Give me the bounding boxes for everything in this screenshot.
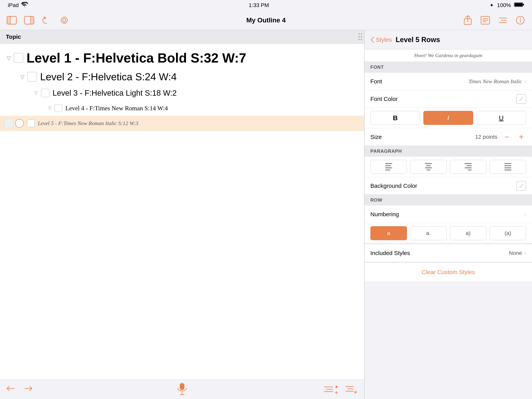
checkbox-level4[interactable]	[55, 104, 62, 112]
status-left: iPad	[8, 2, 28, 9]
disclosure-level1[interactable]: ▽	[4, 53, 14, 63]
bluetooth-icon: ✦	[489, 2, 494, 8]
outline-panel: Topic ▽ Level 1 - F:Helvetica Bold S:32 …	[0, 30, 365, 399]
numbering-label-2: a)	[466, 230, 471, 236]
prev-row-button[interactable]	[6, 385, 16, 394]
row-text-level4: Level 4 - F:Times New Roman S:14 W:4	[65, 105, 364, 112]
next-row-button[interactable]	[23, 385, 33, 394]
bottom-center	[176, 382, 188, 397]
align-right-button[interactable]	[450, 160, 487, 174]
checkbox-level5[interactable]	[27, 119, 35, 127]
align-row	[365, 157, 532, 177]
align-left-button[interactable]	[370, 160, 407, 174]
clear-styles-button[interactable]: Clear Custom Styles	[422, 269, 475, 276]
bottom-left	[6, 385, 33, 394]
font-value: Times New Roman Italic ›	[469, 78, 526, 84]
disclosure-level4[interactable]: ▽	[45, 103, 55, 113]
background-color-row[interactable]: Background Color	[365, 177, 532, 195]
section-row: ROW	[365, 195, 532, 206]
outline-row-level4[interactable]: ▽ Level 4 - F:Times New Roman S:14 W:4	[0, 101, 364, 116]
back-button[interactable]: Styles	[370, 36, 392, 43]
section-font: FONT	[365, 62, 532, 73]
toolbar: My Outline 4	[0, 11, 532, 30]
outline-row-level5[interactable]: Level 5 - F:Times New Roman Italic S:12 …	[0, 116, 364, 131]
outline-row-level2[interactable]: ▽ Level 2 - F:Helvetica S:24 W:4	[0, 68, 364, 85]
outline-row-level1[interactable]: ▽ Level 1 - F:Helvetica Bold S:32 W:7	[0, 48, 364, 68]
numbering-btn-2[interactable]: a)	[450, 226, 487, 240]
sidebar-right-button[interactable]	[23, 14, 35, 26]
italic-button[interactable]: I	[423, 111, 473, 125]
indent-button[interactable]	[497, 14, 509, 26]
toolbar-right	[462, 14, 526, 26]
numbering-buttons-row: a a. a) (a)	[365, 223, 532, 244]
numbering-setting-row[interactable]: Numbering ›	[365, 206, 532, 223]
included-styles-row[interactable]: Included Styles None ›	[365, 244, 532, 262]
circle-check-level5[interactable]	[15, 119, 24, 128]
font-setting-row[interactable]: Font Times New Roman Italic ›	[365, 73, 532, 90]
checkbox-level2[interactable]	[27, 72, 37, 82]
italic-label: I	[447, 114, 449, 122]
add-row-button[interactable]	[345, 384, 358, 395]
info-button[interactable]	[514, 14, 526, 26]
outline-header-title: Topic	[6, 33, 21, 40]
underline-label: U	[499, 114, 504, 122]
right-panel: Styles Level 5 Rows Hwet! We Gardena in …	[365, 30, 532, 399]
bold-label: B	[393, 114, 398, 122]
align-justify-icon	[504, 163, 511, 170]
undo-button[interactable]	[41, 14, 53, 26]
align-center-icon	[425, 163, 432, 170]
font-color-swatch[interactable]	[516, 94, 526, 104]
size-increase-button[interactable]: +	[516, 132, 526, 142]
main-content: Topic ▽ Level 1 - F:Helvetica Bold S:32 …	[0, 30, 532, 399]
size-decrease-button[interactable]: −	[502, 132, 512, 142]
checkbox-level3[interactable]	[41, 89, 50, 97]
disclosure-level2[interactable]: ▽	[18, 72, 27, 82]
edit-button[interactable]	[479, 14, 491, 26]
align-center-button[interactable]	[410, 160, 447, 174]
background-color-label: Background Color	[370, 183, 516, 189]
background-color-swatch[interactable]	[516, 181, 526, 191]
font-chevron: ›	[524, 78, 526, 84]
clear-styles-section: Clear Custom Styles	[365, 263, 532, 281]
row-text-level5: Level 5 - F:Times New Roman Italic S:12 …	[38, 120, 364, 126]
numbering-label-3: (a)	[505, 230, 511, 236]
status-time: 1:33 PM	[249, 2, 269, 8]
included-styles-value-text: None	[509, 250, 522, 256]
svg-rect-2	[523, 4, 524, 6]
row-text-level3: Level 3 - F:Helvetica Light S:18 W:2	[53, 89, 364, 97]
font-color-row[interactable]: Font Color	[365, 90, 532, 108]
outline-header: Topic	[0, 30, 364, 44]
numbering-label-1: a.	[426, 230, 431, 236]
microphone-button[interactable]	[176, 382, 188, 397]
drag-handle[interactable]	[358, 30, 362, 44]
layers-button[interactable]	[58, 14, 70, 26]
checkbox-level1[interactable]	[14, 53, 23, 63]
underline-button[interactable]: U	[476, 111, 526, 125]
share-button[interactable]	[462, 14, 474, 26]
align-justify-button[interactable]	[489, 160, 526, 174]
svg-point-9	[61, 17, 67, 23]
included-styles-label: Included Styles	[370, 250, 509, 256]
align-right-icon	[465, 163, 472, 170]
numbering-btn-1[interactable]: a.	[410, 226, 447, 240]
outline-row-level3[interactable]: ▽ Level 3 - F:Helvetica Light S:18 W:2	[0, 85, 364, 101]
disclosure-level3[interactable]: ▽	[31, 88, 41, 98]
font-color-label: Font Color	[370, 96, 516, 102]
battery-icon	[514, 2, 524, 9]
size-value: 12 points	[475, 134, 497, 140]
numbering-btn-0[interactable]: a	[370, 226, 407, 240]
svg-point-24	[520, 18, 521, 19]
outdent-add-button[interactable]	[323, 384, 339, 395]
section-paragraph: PARAGRAPH	[365, 146, 532, 157]
numbering-label-0: a	[387, 230, 390, 236]
row-indicator-level5	[4, 118, 14, 128]
bold-button[interactable]: B	[370, 111, 420, 125]
bottom-toolbar	[0, 380, 364, 399]
battery-label: 100%	[497, 2, 511, 8]
numbering-btn-3[interactable]: (a)	[489, 226, 526, 240]
svg-rect-27	[180, 383, 184, 390]
back-label: Styles	[376, 36, 392, 43]
included-styles-chevron: ›	[524, 250, 526, 256]
outline-body: ▽ Level 1 - F:Helvetica Bold S:32 W:7 ▽ …	[0, 44, 364, 380]
sidebar-left-button[interactable]	[6, 14, 18, 26]
